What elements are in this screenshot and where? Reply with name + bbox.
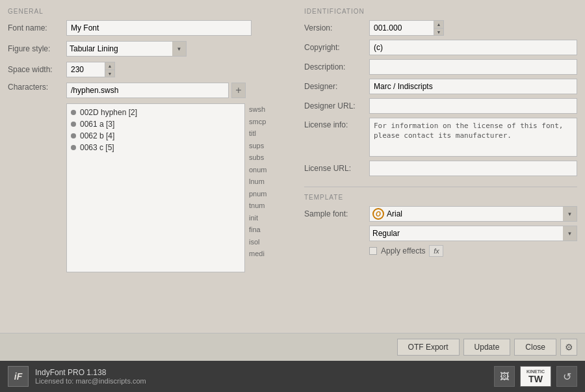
font-name-row: Font name: <box>8 20 296 36</box>
char-bullet <box>71 133 76 138</box>
apply-effects-checkbox[interactable] <box>369 247 377 255</box>
char-bullet <box>71 122 76 127</box>
char-tag[interactable]: init <box>248 212 268 224</box>
characters-list[interactable]: 002D hyphen [2]0061 a [3]0062 b [4]0063 … <box>66 103 245 272</box>
designer-url-row: Designer URL: <box>304 98 577 114</box>
apply-effects-row: Apply effects fx <box>369 245 577 257</box>
char-tag[interactable]: isol <box>248 236 268 248</box>
space-width-wrapper: ▲ ▼ <box>66 62 115 77</box>
footer: iF IndyFont PRO 1.138 Licensed to: marc@… <box>0 361 585 392</box>
apply-effects-label: Apply effects <box>381 246 425 255</box>
list-item[interactable]: 002D hyphen [2] <box>67 107 244 118</box>
identification-section: IDENTIFICATION Version: ▲ ▼ Copyright: D… <box>304 8 577 176</box>
figure-style-label: Figure style: <box>8 44 66 53</box>
designer-url-label: Designer URL: <box>304 101 369 111</box>
version-row: Version: ▲ ▼ <box>304 20 577 36</box>
version-label: Version: <box>304 23 369 33</box>
license-url-input[interactable] <box>369 161 577 176</box>
update-button[interactable]: Update <box>463 339 511 356</box>
designer-input[interactable] <box>369 79 577 94</box>
char-tags-list: swshsmcptitlsupssubsonumlnumpnumtnuminit… <box>248 103 268 272</box>
figure-style-row: Figure style: Tabular LiningProportional… <box>8 41 296 57</box>
char-tag[interactable]: swsh <box>248 103 268 116</box>
general-section-title: GENERAL <box>8 8 296 15</box>
char-tag[interactable]: onum <box>248 164 268 176</box>
font-icon: O <box>372 208 384 220</box>
license-label: License info: <box>304 118 369 129</box>
version-down-btn[interactable]: ▼ <box>434 28 444 36</box>
right-panel: IDENTIFICATION Version: ▲ ▼ Copyright: D… <box>304 8 577 325</box>
license-url-label: License URL: <box>304 164 369 173</box>
footer-file-btn[interactable]: 🖼 <box>494 366 515 387</box>
footer-logo: iF <box>8 366 29 387</box>
footer-left: iF IndyFont PRO 1.138 Licensed to: marc@… <box>8 366 146 387</box>
font-name-label: Font name: <box>8 23 66 33</box>
template-section: TEMPLATE Sample font: O Arial ▼ Regular <box>304 194 577 257</box>
sample-font-display[interactable]: O Arial <box>369 206 577 222</box>
license-textarea[interactable]: For information on the license of this f… <box>369 118 577 157</box>
space-width-up-btn[interactable]: ▲ <box>105 62 115 70</box>
version-input[interactable] <box>369 20 434 36</box>
char-bullet <box>71 145 76 150</box>
list-item[interactable]: 0063 c [5] <box>67 142 244 153</box>
footer-tw-line1: KINETIC <box>526 369 545 374</box>
sample-font-row: Sample font: O Arial ▼ <box>304 206 577 222</box>
settings-button[interactable]: ⚙ <box>560 339 577 356</box>
space-width-label: Space width: <box>8 65 66 74</box>
char-bullet <box>71 110 76 115</box>
figure-style-wrapper: Tabular LiningProportional LiningTabular… <box>66 41 187 57</box>
close-button[interactable]: Close <box>514 339 556 356</box>
char-tag[interactable]: fina <box>248 224 268 236</box>
sample-style-row: Regular ▼ <box>304 226 577 241</box>
designer-url-input[interactable] <box>369 98 577 114</box>
space-width-row: Space width: ▲ ▼ <box>8 62 296 77</box>
space-width-down-btn[interactable]: ▼ <box>105 70 115 77</box>
char-tag[interactable]: medi <box>248 248 268 260</box>
char-tag[interactable]: sups <box>248 140 268 152</box>
otf-export-button[interactable]: OTF Export <box>397 339 460 356</box>
designer-label: Designer: <box>304 82 369 91</box>
char-tag[interactable]: lnum <box>248 176 268 188</box>
version-up-btn[interactable]: ▲ <box>434 20 444 28</box>
identification-section-title: IDENTIFICATION <box>304 8 577 15</box>
char-tag[interactable]: pnum <box>248 188 268 200</box>
description-input[interactable] <box>369 59 577 75</box>
sample-style-select[interactable]: Regular <box>369 226 577 241</box>
figure-style-select[interactable]: Tabular LiningProportional LiningTabular… <box>66 41 187 57</box>
characters-input[interactable] <box>66 83 229 98</box>
sample-font-select-wrapper: O Arial ▼ <box>369 206 577 222</box>
characters-label: Characters: <box>8 83 66 92</box>
font-name-input[interactable] <box>66 20 252 36</box>
footer-licensed-text: Licensed to: marc@indiscripts.com <box>35 377 146 385</box>
description-label: Description: <box>304 62 369 72</box>
version-spinner: ▲ ▼ <box>434 20 444 36</box>
copyright-row: Copyright: <box>304 40 577 55</box>
copyright-input[interactable] <box>369 40 577 55</box>
characters-row: Characters: + <box>8 83 296 98</box>
footer-right: 🖼 KINETIC TW ↺ <box>494 366 577 387</box>
sample-font-label: Sample font: <box>304 209 369 218</box>
list-item[interactable]: 0062 b [4] <box>67 130 244 142</box>
char-tag[interactable]: smcp <box>248 116 268 128</box>
add-character-btn[interactable]: + <box>231 83 246 98</box>
footer-app-name: IndyFont PRO 1.138 <box>35 368 146 377</box>
list-item[interactable]: 0061 a [3] <box>67 118 244 130</box>
section-divider <box>304 187 577 187</box>
general-panel: GENERAL Font name: Figure style: Tabular… <box>8 8 296 325</box>
char-tag[interactable]: subs <box>248 151 268 164</box>
footer-tw-btn[interactable]: KINETIC TW <box>520 366 551 387</box>
space-width-input[interactable] <box>66 62 105 77</box>
bottom-bar: OTF Export Update Close ⚙ <box>0 333 585 361</box>
footer-info: IndyFont PRO 1.138 Licensed to: marc@ind… <box>35 368 146 385</box>
footer-tw-line2: TW <box>528 374 543 384</box>
template-section-title: TEMPLATE <box>304 194 577 201</box>
char-tag[interactable]: tnum <box>248 200 268 212</box>
footer-refresh-btn[interactable]: ↺ <box>556 366 577 387</box>
char-tag[interactable]: titl <box>248 127 268 140</box>
license-row: License info: For information on the lic… <box>304 118 577 157</box>
designer-row: Designer: <box>304 79 577 94</box>
fx-button[interactable]: fx <box>429 245 443 257</box>
characters-list-area: 002D hyphen [2]0061 a [3]0062 b [4]0063 … <box>66 103 296 272</box>
space-width-spinner: ▲ ▼ <box>105 62 115 77</box>
description-row: Description: <box>304 59 577 75</box>
